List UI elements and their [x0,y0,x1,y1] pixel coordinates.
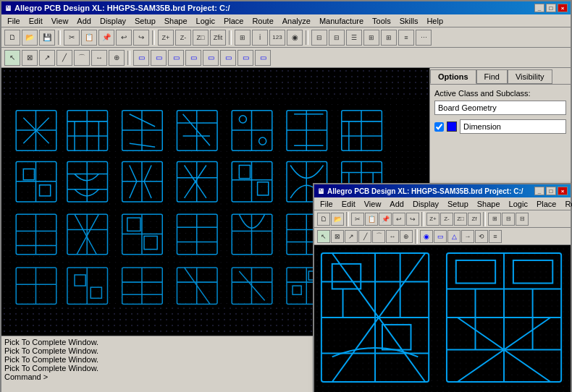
tab-visibility[interactable]: Visibility [508,69,552,84]
menu-logic[interactable]: Logic [192,16,219,26]
toolbar-deselect[interactable]: ⊠ [22,50,38,66]
toolbar-cut[interactable]: ✂ [64,30,80,46]
toolbar-new[interactable]: 🗋 [4,30,20,46]
sub-pcb-canvas[interactable] [314,245,571,392]
toolbar-r8[interactable]: ▭ [255,50,271,66]
toolbar-r1[interactable]: ▭ [133,50,149,66]
sub-menu-file[interactable]: File [316,199,337,209]
toolbar-r4[interactable]: ▭ [185,50,201,66]
menu-view[interactable]: View [47,16,73,26]
menu-tools[interactable]: Tools [368,16,395,26]
toolbar-select[interactable]: ↖ [4,50,20,66]
sub-toolbar-g1[interactable]: ⊞ [488,213,501,226]
maximize-button[interactable]: □ [546,4,556,12]
class-dropdown[interactable]: Board Geometry [434,101,566,115]
menu-skills[interactable]: Skills [395,16,423,26]
sub-toolbar-redo[interactable]: ↪ [406,213,419,226]
toolbar-zoom-fit[interactable]: Zfit [210,30,226,46]
toolbar-measure[interactable]: ↔ [91,50,107,66]
toolbar-extra6[interactable]: ⊞ [381,30,397,46]
menu-route[interactable]: Route [248,16,277,26]
tab-options[interactable]: Options [430,69,476,84]
sub-toolbar-copy[interactable]: 📋 [365,213,378,226]
toolbar-extra4[interactable]: ☰ [346,30,362,46]
toolbar-r7[interactable]: ▭ [237,50,253,66]
toolbar-r6[interactable]: ▭ [220,50,236,66]
toolbar-copy[interactable]: 📋 [81,30,97,46]
sub-r1[interactable]: ◉ [420,230,433,243]
toolbar-extra1[interactable]: ◉ [287,30,303,46]
menu-shape[interactable]: Shape [160,16,192,26]
tab-find[interactable]: Find [476,69,508,84]
sub-r5[interactable]: ⟲ [475,230,488,243]
toolbar-zoom-in[interactable]: Z+ [158,30,174,46]
sub-menu-view[interactable]: View [360,199,386,209]
subclass-dropdown[interactable]: Dimension [460,119,566,134]
sub-desel[interactable]: ⊠ [331,230,344,243]
sub-close-button[interactable]: × [558,187,568,195]
sub-menu-shape[interactable]: Shape [473,199,505,209]
sub-cursor[interactable]: ↗ [345,230,358,243]
toolbar-extra7[interactable]: ≡ [398,30,414,46]
toolbar-grid[interactable]: ⊞ [235,30,251,46]
sub-toolbar-new[interactable]: 🗋 [317,213,330,226]
sub-arc[interactable]: ⌒ [372,230,385,243]
toolbar-extra8[interactable]: ⋯ [416,30,432,46]
menu-place[interactable]: Place [219,16,248,26]
sub-toolbar-zi[interactable]: Z+ [426,213,439,226]
sub-r6[interactable]: ≡ [489,230,502,243]
menu-analyze[interactable]: Analyze [278,16,315,26]
toolbar-save[interactable]: 💾 [39,30,55,46]
toolbar-cursor[interactable]: ↗ [39,50,55,66]
menu-manufacture[interactable]: Manufacture [315,16,368,26]
toolbar-info[interactable]: i [252,30,268,46]
sub-minimize-button[interactable]: _ [534,187,544,195]
toolbar-open[interactable]: 📂 [22,30,38,46]
sub-r2[interactable]: ▭ [434,230,447,243]
sub-toolbar-undo[interactable]: ↩ [392,213,405,226]
toolbar-arc[interactable]: ⌒ [74,50,90,66]
sub-menu-edit[interactable]: Edit [337,199,360,209]
sub-menu-place[interactable]: Place [532,199,561,209]
sub-line[interactable]: ╱ [358,230,371,243]
toolbar-r3[interactable]: ▭ [168,50,184,66]
minimize-button[interactable]: _ [534,4,544,12]
menu-edit[interactable]: Edit [25,16,47,26]
toolbar-redo[interactable]: ↪ [133,30,149,46]
toolbar-extra5[interactable]: ⊞ [363,30,379,46]
sub-toolbar-cut[interactable]: ✂ [351,213,364,226]
sub-menu-logic[interactable]: Logic [505,199,532,209]
sub-menu-add[interactable]: Add [385,199,408,209]
sub-toolbar-zb[interactable]: Z□ [454,213,467,226]
sub-select[interactable]: ↖ [317,230,330,243]
sub-r4[interactable]: → [461,230,474,243]
sub-toolbar-zf[interactable]: Zf [468,213,481,226]
sub-toolbar-g2[interactable]: ⊟ [502,213,515,226]
sub-toolbar-zo[interactable]: Z- [440,213,453,226]
toolbar-line[interactable]: ╱ [56,50,72,66]
toolbar-zoom-box[interactable]: Z□ [193,30,209,46]
subclass-checkbox[interactable] [434,122,444,132]
sub-r3[interactable]: △ [447,230,460,243]
sub-toolbar-open[interactable]: 📂 [331,213,344,226]
menu-add[interactable]: Add [72,16,96,26]
toolbar-123[interactable]: 123 [269,30,285,46]
close-button[interactable]: × [558,4,568,12]
sub-toolbar-paste[interactable]: 📌 [379,213,392,226]
sub-menu-display[interactable]: Display [408,199,443,209]
menu-setup[interactable]: Setup [130,16,160,26]
sub-snap[interactable]: ⊕ [400,230,413,243]
menu-help[interactable]: Help [422,16,447,26]
toolbar-r5[interactable]: ▭ [203,50,219,66]
sub-maximize-button[interactable]: □ [546,187,556,195]
menu-file[interactable]: File [3,16,25,26]
toolbar-paste[interactable]: 📌 [98,30,114,46]
toolbar-extra2[interactable]: ⊟ [311,30,327,46]
sub-menu-route[interactable]: Route [560,199,572,209]
toolbar-r2[interactable]: ▭ [151,50,167,66]
sub-menu-setup[interactable]: Setup [443,199,473,209]
sub-toolbar-g3[interactable]: ⊟ [516,213,529,226]
menu-display[interactable]: Display [96,16,130,26]
toolbar-undo[interactable]: ↩ [116,30,132,46]
toolbar-zoom-out[interactable]: Z- [175,30,191,46]
